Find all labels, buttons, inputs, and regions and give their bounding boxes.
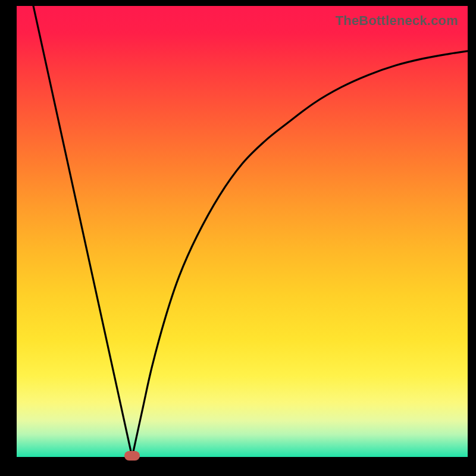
chart-frame: TheBottleneck.com [0, 0, 476, 476]
plot-area: TheBottleneck.com [17, 6, 468, 457]
minimum-marker [124, 451, 140, 461]
curve-path [33, 6, 468, 457]
bottleneck-curve [17, 6, 468, 457]
